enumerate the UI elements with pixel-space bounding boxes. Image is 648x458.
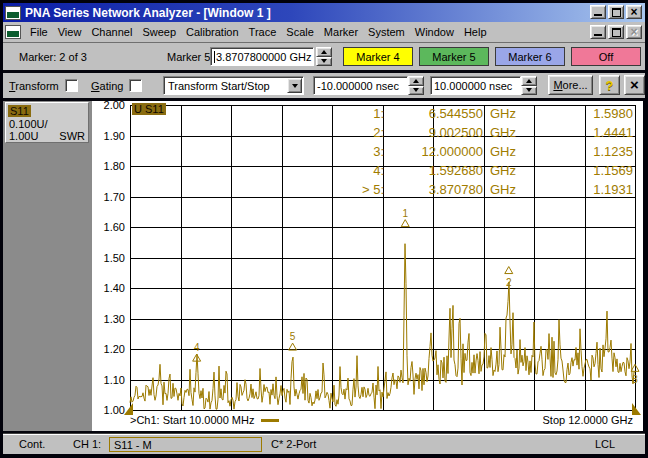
acquisition-status: Cont.: [19, 438, 45, 450]
marker-number: > 5:: [317, 182, 384, 197]
marker-value-input[interactable]: 3.8707800000 GHz: [210, 47, 314, 66]
marker-readout-row-4: 4:1.592680GHz1.1569: [92, 163, 643, 180]
marker-value: 1.4441: [554, 125, 633, 140]
transform-checkbox[interactable]: [65, 79, 78, 92]
child-window-icon[interactable]: [5, 25, 21, 39]
spin-up-button[interactable]: [316, 47, 332, 57]
dropdown-arrow-button[interactable]: [287, 78, 302, 93]
menu-item-file[interactable]: File: [25, 24, 53, 40]
trace-selector-chip[interactable]: S11: [8, 105, 31, 117]
sweep-stop-arrow-icon: [632, 403, 641, 415]
channel-label: CH 1:: [73, 438, 101, 450]
child-minimize-button[interactable]: [590, 25, 606, 39]
spin-down-button[interactable]: [521, 86, 537, 96]
marker-frequency: 12.000000: [386, 144, 483, 159]
more-button-label: More...: [553, 79, 587, 91]
marker-2-triangle-icon: [505, 267, 513, 274]
transform-start-input[interactable]: -10.000000 nsec: [313, 76, 408, 95]
menu-item-trace[interactable]: Trace: [244, 24, 282, 40]
menu-item-system[interactable]: System: [363, 24, 410, 40]
menu-item-scale[interactable]: Scale: [281, 24, 319, 40]
status-bar: Cont. CH 1: S11 - M C* 2-Port LCL: [3, 433, 645, 454]
y-axis-tick: 1.50: [92, 252, 125, 264]
stop-spinner: [521, 76, 537, 95]
trace-status-box: S11 0.100U/ 1.00U SWR: [5, 102, 89, 143]
marker-value: 1.1931: [554, 182, 633, 197]
marker-number: 1:: [317, 106, 384, 121]
marker-frequency: 9.002500: [386, 125, 483, 140]
help-icon: ?: [606, 78, 614, 93]
marker-value: 1.1569: [554, 163, 633, 178]
marker-frequency: 1.592680: [386, 163, 483, 178]
trace-reference: 1.00U: [9, 130, 38, 142]
trace-scale: 0.100U/: [9, 118, 48, 130]
app-icon[interactable]: [5, 6, 21, 20]
close-icon: ×: [630, 27, 637, 37]
marker-unit: GHz: [490, 125, 532, 140]
text-caret: [214, 51, 215, 63]
menu-item-channel[interactable]: Channel: [86, 24, 137, 40]
gating-checkbox[interactable]: [129, 79, 142, 92]
marker-toolbar: Marker: 2 of 3 Marker 5 3.8707800000 GHz…: [3, 43, 645, 70]
marker-readout-row-5: > 5:3.870780GHz1.1931: [92, 182, 643, 199]
minimize-icon: [594, 34, 602, 36]
calibration-status: C* 2-Port: [271, 438, 316, 450]
marker-status-text: Marker: 2 of 3: [19, 51, 87, 63]
marker-number: 3:: [317, 144, 384, 159]
transform-stop-input[interactable]: 10.000000 nsec: [430, 76, 521, 95]
help-button[interactable]: ?: [599, 75, 620, 95]
spin-up-button[interactable]: [521, 76, 537, 86]
marker-softkey-off[interactable]: Off: [571, 47, 641, 66]
menu-item-view[interactable]: View: [53, 24, 87, 40]
marker-4-label: 4: [194, 342, 200, 353]
marker-softkey-marker-6[interactable]: Marker 6: [495, 47, 565, 66]
menu-item-sweep[interactable]: Sweep: [137, 24, 181, 40]
restore-button[interactable]: [608, 5, 624, 19]
trace-status-panel: S11 0.100U/ 1.00U SWR: [3, 101, 92, 431]
restore-icon: [612, 8, 621, 17]
restore-icon: [612, 28, 621, 37]
child-restore-button[interactable]: [608, 25, 624, 39]
trace-format: SWR: [59, 130, 85, 142]
down-arrow-icon: [292, 84, 298, 88]
close-icon: ×: [630, 78, 639, 92]
down-arrow-icon: [413, 88, 419, 92]
marker-field-label: Marker 5: [167, 51, 210, 63]
spin-up-button[interactable]: [408, 76, 424, 86]
menu-item-window[interactable]: Window: [410, 24, 459, 40]
sweep-start-annotation: >Ch1: Start 10.0000 MHz: [130, 414, 279, 426]
up-arrow-icon: [413, 79, 419, 83]
close-icon: ×: [630, 7, 637, 17]
marker-unit: GHz: [490, 106, 532, 121]
marker-1-label: 1: [402, 208, 408, 219]
marker-unit: GHz: [490, 144, 532, 159]
spin-down-button[interactable]: [408, 86, 424, 96]
marker-softkey-marker-5[interactable]: Marker 5: [419, 47, 489, 66]
marker-readout-row-2: 2:9.002500GHz1.4441: [92, 125, 643, 142]
more-button[interactable]: More...: [548, 75, 593, 95]
measurement-name: S11 - M: [114, 439, 152, 451]
marker-value-spinner: [316, 47, 332, 66]
transform-mode-dropdown[interactable]: Transform Start/Stop: [163, 76, 304, 95]
minimize-button[interactable]: [590, 5, 606, 19]
marker-number: 2:: [317, 125, 384, 140]
menu-item-calibration[interactable]: Calibration: [181, 24, 244, 40]
close-button[interactable]: ×: [626, 5, 642, 19]
marker-value: 1.5980: [554, 106, 633, 121]
marker-frequency: 3.870780: [386, 182, 483, 197]
sweep-stop-annotation: Stop 12.0000 GHz: [542, 414, 633, 426]
marker-readout-row-3: 3:12.000000GHz1.1235: [92, 144, 643, 161]
marker-softkey-marker-4[interactable]: Marker 4: [343, 47, 413, 66]
marker-number: 4:: [317, 163, 384, 178]
child-close-button: ×: [626, 25, 642, 39]
measurement-box: S11 - M: [109, 437, 262, 452]
toolbar-close-button[interactable]: ×: [624, 75, 645, 95]
transform-label: Transform: [9, 80, 59, 92]
menu-item-help[interactable]: Help: [459, 24, 492, 40]
spin-down-button[interactable]: [316, 57, 332, 67]
marker-frequency: 6.544550: [386, 106, 483, 121]
menu-item-marker[interactable]: Marker: [319, 24, 363, 40]
y-axis-tick: 1.00: [92, 404, 125, 416]
y-axis-tick: 1.20: [92, 343, 125, 355]
gating-label: Gating: [91, 80, 123, 92]
